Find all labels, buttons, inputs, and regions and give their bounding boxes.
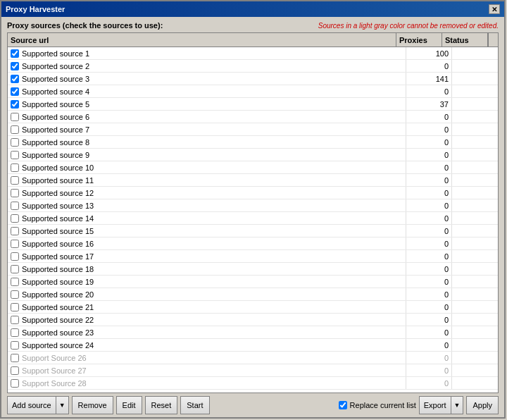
source-cell: Supported source 13 [8, 199, 406, 211]
status-cell [452, 60, 498, 72]
table-header: Source url Proxies Status [8, 33, 498, 47]
row-checkbox[interactable] [11, 214, 19, 223]
source-name: Supported source 10 [22, 163, 94, 172]
row-checkbox[interactable] [11, 113, 19, 121]
source-name: Supported source 5 [22, 100, 89, 109]
apply-button[interactable]: Apply [466, 396, 499, 414]
row-checkbox[interactable] [11, 240, 19, 248]
row-checkbox[interactable] [11, 87, 19, 96]
row-checkbox[interactable] [11, 125, 19, 134]
row-checkbox[interactable] [11, 366, 19, 375]
start-button[interactable]: Start [180, 396, 209, 414]
row-checkbox[interactable] [11, 278, 19, 286]
source-name: Supported source 21 [22, 303, 94, 311]
row-checkbox[interactable] [11, 176, 19, 185]
proxies-cell: 0 [406, 276, 452, 288]
export-arrow[interactable]: ▼ [451, 397, 463, 414]
edit-button[interactable]: Edit [116, 396, 142, 414]
row-checkbox[interactable] [11, 354, 19, 362]
close-button[interactable]: ✕ [489, 4, 500, 14]
status-cell [452, 326, 498, 338]
source-name: Supported source 3 [22, 75, 89, 83]
status-cell [452, 225, 498, 237]
source-name: Supported source 6 [22, 113, 89, 121]
add-source-button[interactable]: Add source [8, 397, 56, 414]
add-source-arrow[interactable]: ▼ [56, 397, 68, 414]
table-row: Supported source 1100 [8, 47, 498, 60]
row-checkbox[interactable] [11, 316, 19, 324]
table-row: Support Source 280 [8, 377, 498, 390]
export-dropdown[interactable]: Export ▼ [419, 396, 464, 414]
row-checkbox[interactable] [11, 290, 19, 299]
col-source-url[interactable]: Source url [8, 33, 396, 47]
header-row: Proxy sources (check the sources to use)… [7, 21, 499, 30]
row-checkbox[interactable] [11, 227, 19, 235]
source-cell: Supported source 18 [8, 263, 406, 275]
proxies-cell: 0 [406, 136, 452, 148]
table-row: Supported source 200 [8, 288, 498, 301]
proxies-cell: 0 [406, 199, 452, 211]
proxies-cell: 37 [406, 98, 452, 110]
col-proxies[interactable]: Proxies [396, 33, 442, 47]
source-name: Supported source 24 [22, 341, 94, 350]
row-checkbox[interactable] [11, 328, 19, 337]
export-button[interactable]: Export [420, 397, 451, 414]
scrollbar-header-spacer [488, 33, 498, 47]
source-cell: Supported source 8 [8, 136, 406, 148]
footer-toolbar: Add source ▼ Remove Edit Reset Start Rep… [7, 393, 499, 414]
row-checkbox[interactable] [11, 252, 19, 261]
source-name: Supported source 19 [22, 278, 94, 286]
proxies-cell: 100 [406, 47, 452, 59]
status-cell [452, 98, 498, 110]
row-checkbox[interactable] [11, 163, 19, 172]
table-row: Supported source 150 [8, 225, 498, 237]
proxies-cell: 141 [406, 73, 452, 85]
source-cell: Supported source 19 [8, 276, 406, 288]
proxies-cell: 0 [406, 60, 452, 72]
row-checkbox[interactable] [11, 75, 19, 83]
add-source-dropdown[interactable]: Add source ▼ [7, 396, 69, 414]
source-cell: Supported source 5 [8, 98, 406, 110]
remove-button[interactable]: Remove [72, 396, 113, 414]
proxies-cell: 0 [406, 326, 452, 338]
reset-button[interactable]: Reset [145, 396, 178, 414]
source-cell: Supported source 10 [8, 161, 406, 173]
header-warning: Sources in a light gray color cannot be … [318, 22, 499, 30]
titlebar: Proxy Harvester ✕ [1, 1, 504, 17]
proxies-cell: 0 [406, 288, 452, 300]
row-checkbox[interactable] [11, 49, 19, 58]
table-body[interactable]: Supported source 1100Supported source 20… [8, 47, 498, 393]
row-checkbox[interactable] [11, 189, 19, 197]
row-checkbox[interactable] [11, 138, 19, 147]
row-checkbox[interactable] [11, 265, 19, 273]
replace-check-container: Replace current list [339, 401, 416, 409]
row-checkbox[interactable] [11, 379, 19, 388]
source-name: Supported source 2 [22, 62, 89, 70]
source-cell: Support Source 26 [8, 352, 406, 364]
row-checkbox[interactable] [11, 202, 19, 210]
table-row: Supported source 3141 [8, 73, 498, 85]
status-cell [452, 85, 498, 97]
source-name: Supported source 4 [22, 87, 89, 96]
col-status[interactable]: Status [442, 33, 488, 47]
source-name: Supported source 14 [22, 214, 94, 223]
table-row: Supported source 90 [8, 149, 498, 161]
source-cell: Supported source 16 [8, 237, 406, 249]
header-label: Proxy sources (check the sources to use)… [7, 21, 163, 30]
source-cell: Supported source 2 [8, 60, 406, 72]
replace-checkbox[interactable] [339, 401, 347, 409]
status-cell [452, 237, 498, 249]
status-cell [452, 123, 498, 135]
status-cell [452, 352, 498, 364]
row-checkbox[interactable] [11, 100, 19, 109]
table-row: Supported source 190 [8, 276, 498, 288]
source-cell: Supported source 7 [8, 123, 406, 135]
row-checkbox[interactable] [11, 62, 19, 70]
content-area: Proxy sources (check the sources to use)… [1, 17, 504, 417]
status-cell [452, 136, 498, 148]
row-checkbox[interactable] [11, 303, 19, 311]
row-checkbox[interactable] [11, 341, 19, 350]
table-row: Supported source 40 [8, 85, 498, 98]
row-checkbox[interactable] [11, 151, 19, 159]
source-name: Supported source 7 [22, 125, 89, 134]
